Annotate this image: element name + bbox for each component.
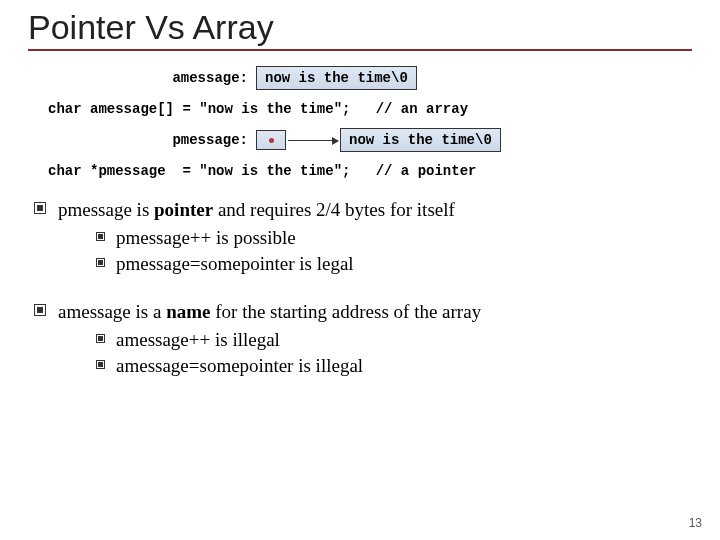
- bullet-amessage: amessage is a name for the starting addr…: [32, 299, 692, 379]
- amessage-box: now is the time\0: [256, 66, 417, 90]
- sub-bullet: pmessage=somepointer is legal: [94, 251, 692, 277]
- pointer-box: [256, 130, 286, 150]
- text: and requires 2/4 bytes for itself: [213, 199, 455, 220]
- page-number: 13: [689, 516, 702, 530]
- amessage-label: amessage:: [28, 70, 256, 86]
- text-bold: pointer: [154, 199, 213, 220]
- bullet-pmessage: pmessage is pointer and requires 2/4 byt…: [32, 197, 692, 277]
- pmessage-label: pmessage:: [28, 132, 256, 148]
- dot-icon: [269, 138, 274, 143]
- text: pmessage is: [58, 199, 154, 220]
- sub-bullet: pmessage++ is possible: [94, 225, 692, 251]
- bullet-content: pmessage is pointer and requires 2/4 byt…: [28, 197, 692, 379]
- array-declaration: char amessage[] = "now is the time"; // …: [48, 101, 692, 117]
- arrow-icon: [288, 140, 338, 141]
- text: for the starting address of the array: [210, 301, 481, 322]
- sub-bullet: amessage++ is illegal: [94, 327, 692, 353]
- pmessage-target-box: now is the time\0: [340, 128, 501, 152]
- text: amessage is a: [58, 301, 166, 322]
- page-title: Pointer Vs Array: [28, 8, 692, 51]
- sub-bullet: amessage=somepointer is illegal: [94, 353, 692, 379]
- text-bold: name: [166, 301, 210, 322]
- pointer-declaration: char *pmessage = "now is the time"; // a…: [48, 163, 692, 179]
- diagram: amessage: now is the time\0 char amessag…: [28, 65, 692, 179]
